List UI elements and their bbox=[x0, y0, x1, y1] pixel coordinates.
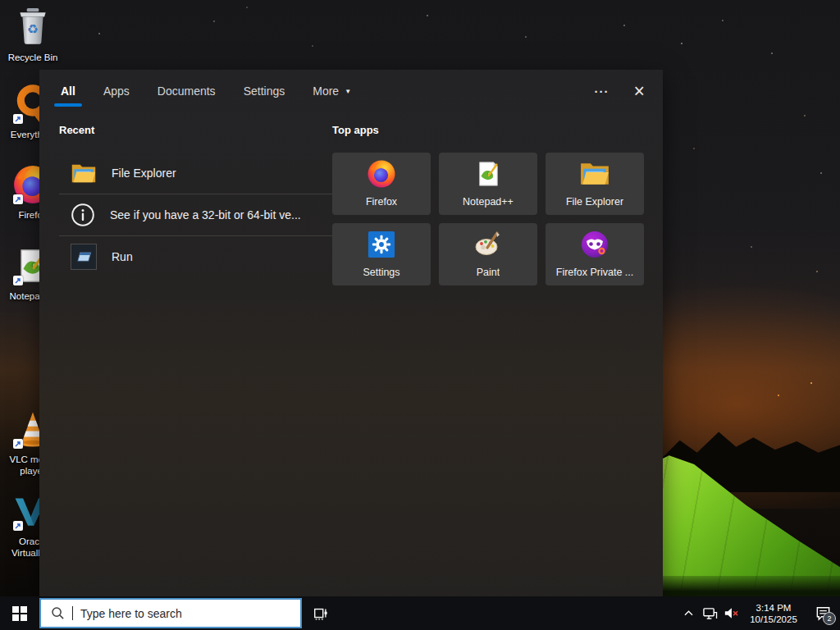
action-center-button[interactable]: 2 bbox=[806, 596, 840, 630]
tab-label: Settings bbox=[244, 84, 285, 98]
info-icon bbox=[71, 203, 95, 227]
text-cursor bbox=[72, 606, 73, 620]
network-button[interactable] bbox=[699, 596, 720, 630]
desktop-icon-label: Recycle Bin bbox=[8, 52, 58, 63]
app-card-paint[interactable]: Paint bbox=[439, 223, 537, 285]
search-panel: All Apps Documents Settings More ▼ ··· ×… bbox=[39, 70, 663, 596]
shortcut-arrow-icon bbox=[13, 194, 23, 204]
clock-date: 10/15/2025 bbox=[742, 614, 806, 625]
app-card-firefox[interactable]: Firefox bbox=[332, 153, 431, 215]
windows-logo-icon bbox=[12, 606, 27, 621]
stars bbox=[0, 0, 2, 2]
tab-label: Documents bbox=[158, 84, 216, 98]
chevron-up-icon bbox=[683, 609, 694, 617]
tab-apps[interactable]: Apps bbox=[102, 70, 131, 112]
system-tray: 3:14 PM 10/15/2025 2 bbox=[678, 596, 840, 630]
svg-text:♻: ♻ bbox=[27, 22, 39, 36]
tab-documents[interactable]: Documents bbox=[156, 70, 217, 112]
taskbar-clock[interactable]: 3:14 PM 10/15/2025 bbox=[742, 602, 806, 625]
recent-header: Recent bbox=[59, 124, 333, 136]
app-card-file-explorer[interactable]: File Explorer bbox=[546, 153, 644, 215]
firefox-private-icon bbox=[579, 229, 610, 260]
app-card-settings[interactable]: Settings bbox=[332, 223, 431, 285]
taskbar: 3:14 PM 10/15/2025 2 bbox=[0, 596, 840, 630]
recent-item-file-explorer[interactable]: File Explorer bbox=[59, 153, 333, 194]
search-filter-tabs: All Apps Documents Settings More ▼ bbox=[59, 70, 353, 112]
chevron-down-icon: ▼ bbox=[345, 88, 351, 95]
shortcut-arrow-icon bbox=[13, 439, 23, 449]
tab-label: All bbox=[61, 84, 75, 98]
task-view-button[interactable] bbox=[302, 596, 340, 630]
ethernet-icon bbox=[702, 606, 718, 620]
recent-item-label: File Explorer bbox=[112, 167, 176, 180]
shortcut-arrow-icon bbox=[13, 521, 23, 531]
shortcut-arrow-icon bbox=[13, 276, 23, 285]
app-card-label: Notepad++ bbox=[463, 196, 514, 208]
paint-icon bbox=[472, 229, 504, 260]
app-card-notepadpp[interactable]: Notepad++ bbox=[439, 153, 537, 215]
app-card-firefox-private[interactable]: Firefox Private ... bbox=[546, 223, 644, 285]
volume-button[interactable] bbox=[720, 596, 742, 630]
task-view-icon bbox=[313, 605, 329, 622]
top-apps-grid: Firefox Notepad++ bbox=[332, 153, 652, 285]
recent-section: Recent File Explorer See if you hav bbox=[59, 124, 333, 277]
close-icon[interactable]: × bbox=[634, 82, 645, 101]
tab-label: Apps bbox=[103, 84, 130, 98]
tab-label: More bbox=[313, 84, 339, 98]
recent-item-label: Run bbox=[112, 250, 133, 263]
app-card-label: Settings bbox=[363, 267, 399, 278]
app-card-label: File Explorer bbox=[566, 196, 623, 208]
notification-badge: 2 bbox=[823, 612, 836, 625]
folder-icon bbox=[71, 162, 97, 185]
recent-list: File Explorer See if you have a 32-bit o… bbox=[59, 153, 333, 277]
search-input[interactable] bbox=[80, 607, 277, 620]
firefox-icon bbox=[366, 158, 397, 189]
notepadpp-icon bbox=[472, 158, 504, 189]
recycle-bin-icon: ♻ bbox=[11, 5, 55, 49]
active-tab-underline bbox=[54, 103, 82, 107]
recent-item-run[interactable]: Run bbox=[59, 236, 333, 277]
app-card-label: Paint bbox=[477, 267, 500, 278]
recent-item-label: See if you have a 32-bit or 64-bit ve... bbox=[110, 208, 301, 221]
tab-more[interactable]: More ▼ bbox=[311, 70, 353, 112]
show-hidden-icons-button[interactable] bbox=[678, 596, 699, 630]
folder-icon bbox=[579, 158, 610, 189]
tab-settings[interactable]: Settings bbox=[242, 70, 287, 112]
top-apps-header: Top apps bbox=[332, 124, 652, 136]
search-icon bbox=[51, 606, 65, 620]
panel-actions: ··· × bbox=[595, 70, 645, 112]
volume-muted-icon bbox=[723, 606, 739, 620]
start-button[interactable] bbox=[0, 596, 39, 630]
run-icon bbox=[71, 244, 97, 270]
more-options-icon[interactable]: ··· bbox=[595, 84, 609, 98]
settings-icon bbox=[366, 229, 397, 260]
shortcut-arrow-icon bbox=[13, 114, 23, 124]
grass bbox=[632, 576, 840, 596]
app-card-label: Firefox Private ... bbox=[556, 267, 633, 278]
app-card-label: Firefox bbox=[366, 196, 397, 208]
recent-item-search-suggestion[interactable]: See if you have a 32-bit or 64-bit ve... bbox=[59, 194, 333, 235]
taskbar-search-box[interactable] bbox=[39, 598, 302, 628]
top-apps-section: Top apps Firefox bbox=[332, 124, 652, 285]
tab-all[interactable]: All bbox=[59, 70, 77, 112]
clock-time: 3:14 PM bbox=[742, 602, 806, 614]
desktop-icon-recycle-bin[interactable]: ♻ Recycle Bin bbox=[0, 5, 66, 63]
